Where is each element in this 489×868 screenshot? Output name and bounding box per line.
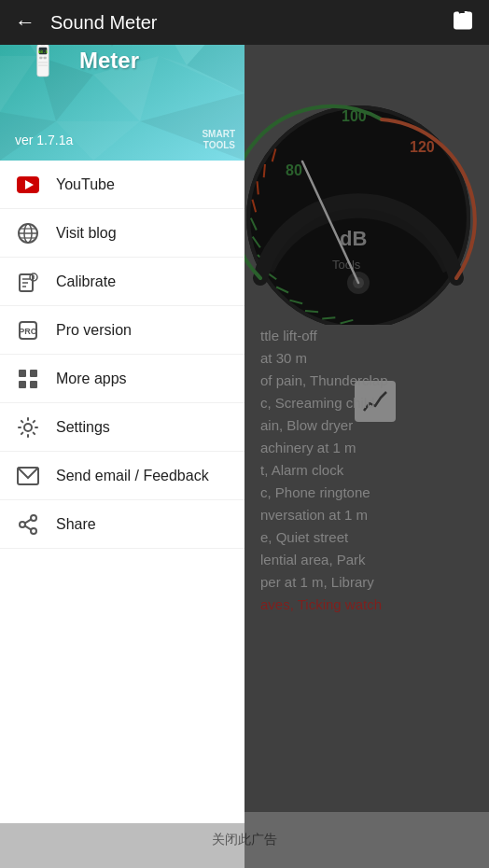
top-bar: ← Sound Meter: [0, 0, 489, 45]
svg-rect-40: [38, 62, 48, 63]
menu-item-calibrate[interactable]: Calibrate: [0, 258, 244, 306]
back-button[interactable]: ←: [15, 10, 35, 35]
navigation-drawer: 68.5 Sound Meter ver 1.7.1a SMART TOOLS: [0, 0, 244, 823]
svg-rect-61: [19, 381, 26, 388]
menu-item-visit-blog[interactable]: Visit blog: [0, 209, 244, 258]
globe-icon: [15, 220, 41, 246]
menu-item-more-apps[interactable]: More apps: [0, 355, 244, 403]
svg-line-68: [25, 519, 32, 523]
svg-text:68.5: 68.5: [38, 49, 49, 54]
menu-item-share[interactable]: Share: [0, 500, 244, 549]
menu-item-label-pro: Pro version: [56, 322, 132, 339]
settings-gear-icon: [15, 414, 41, 441]
svg-point-63: [24, 424, 32, 431]
menu-item-label-settings: Settings: [56, 419, 110, 436]
menu-item-label-share: Share: [56, 516, 96, 533]
svg-rect-62: [30, 381, 37, 388]
grid-icon: [15, 366, 41, 392]
share-icon: [15, 511, 41, 538]
menu-item-label-send-email: Send email / Feedback: [56, 468, 209, 484]
svg-rect-38: [39, 57, 42, 60]
menu-item-label-youtube: YouTube: [56, 176, 115, 193]
drawer-overlay[interactable]: [244, 45, 489, 868]
youtube-icon: [15, 172, 41, 198]
svg-rect-41: [38, 64, 48, 65]
svg-line-69: [25, 525, 32, 529]
camera-icon[interactable]: [452, 11, 474, 35]
menu-item-label-calibrate: Calibrate: [56, 273, 116, 290]
menu-item-youtube[interactable]: YouTube: [0, 161, 244, 209]
menu-item-settings[interactable]: Settings: [0, 403, 244, 452]
app-title: Sound Meter: [50, 12, 452, 34]
svg-rect-59: [19, 370, 26, 377]
menu-item-send-email[interactable]: Send email / Feedback: [0, 452, 244, 500]
svg-text:PRO: PRO: [19, 327, 37, 336]
smart-tools-badge: SMART TOOLS: [202, 129, 235, 151]
drawer-menu: YouTube Visit blog: [0, 161, 244, 823]
menu-item-pro-version[interactable]: PRO Pro version: [0, 306, 244, 355]
menu-item-label-more-apps: More apps: [56, 371, 127, 387]
email-icon: [15, 463, 41, 489]
pro-icon: PRO: [15, 317, 41, 343]
svg-rect-39: [44, 57, 47, 60]
menu-item-label-visit-blog: Visit blog: [56, 225, 117, 242]
app-version: ver 1.7.1a: [15, 133, 73, 147]
svg-rect-60: [30, 370, 37, 377]
calibrate-icon: [15, 269, 41, 295]
